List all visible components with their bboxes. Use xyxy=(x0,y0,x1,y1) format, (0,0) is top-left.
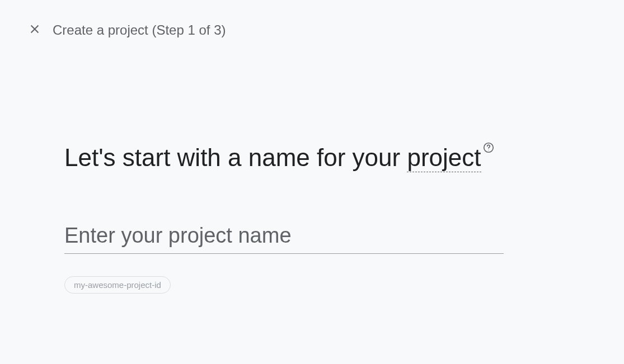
dialog-header: Create a project (Step 1 of 3) xyxy=(0,0,624,38)
svg-point-3 xyxy=(488,150,489,150)
main-heading: Let's start with a name for your project xyxy=(64,139,504,177)
close-button[interactable] xyxy=(28,23,41,37)
heading-text-prefix: Let's start with a name for your xyxy=(64,144,407,171)
project-name-input[interactable] xyxy=(64,221,504,254)
heading-decorated-term[interactable]: project xyxy=(407,144,481,172)
help-icon[interactable] xyxy=(482,141,495,154)
close-icon xyxy=(29,23,41,37)
project-id-chip[interactable]: my-awesome-project-id xyxy=(64,276,171,294)
dialog-content: Let's start with a name for your project… xyxy=(0,38,504,294)
dialog-title: Create a project (Step 1 of 3) xyxy=(53,22,226,38)
project-name-field-container xyxy=(64,221,504,254)
